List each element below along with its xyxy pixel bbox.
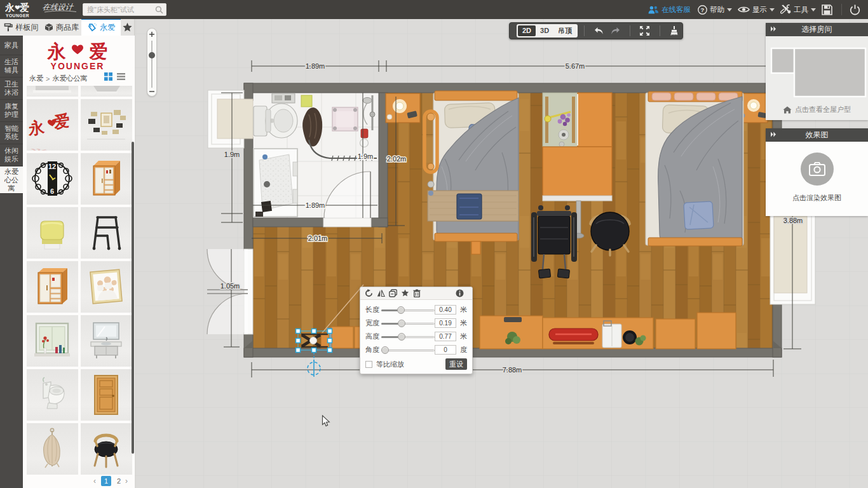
width-value[interactable]: 0.19 bbox=[435, 318, 456, 328]
brand-slogan: 在线设计 bbox=[42, 1, 79, 17]
product-thumb-family-photo[interactable] bbox=[81, 261, 132, 313]
bath-red-bottle[interactable] bbox=[361, 129, 368, 138]
product-thumb-cabinet[interactable] bbox=[81, 153, 132, 205]
category-yongai-apartment[interactable]: 永爱心公寓 bbox=[0, 166, 23, 194]
svg-text:?: ? bbox=[701, 6, 705, 13]
grid-view-icon[interactable] bbox=[104, 72, 112, 81]
online-service-button[interactable]: 在线客服 bbox=[648, 5, 692, 15]
exit-button[interactable] bbox=[850, 4, 860, 15]
view-house-layout-link[interactable]: 点击查看全屋户型 bbox=[766, 105, 868, 114]
dim-top-left: 1.89m bbox=[306, 62, 325, 70]
bath-yellow-item[interactable] bbox=[301, 95, 312, 107]
product-thumb-door[interactable] bbox=[81, 369, 132, 421]
category-furniture[interactable]: 家具 bbox=[0, 36, 23, 55]
category-rehab[interactable]: 康复护理 bbox=[0, 100, 23, 122]
search-icon[interactable] bbox=[155, 6, 163, 14]
redo-button[interactable] bbox=[607, 24, 623, 38]
product-thumb-wardrobe[interactable] bbox=[27, 261, 78, 313]
flip-icon[interactable] bbox=[377, 289, 389, 297]
nightstand-left[interactable] bbox=[386, 93, 420, 123]
collapse-icon[interactable] bbox=[770, 132, 776, 137]
list-view-icon[interactable] bbox=[117, 73, 125, 80]
tab-goods-label: 商品库 bbox=[56, 22, 79, 33]
tab-favorites[interactable] bbox=[121, 19, 134, 36]
online-service-label: 在线客服 bbox=[661, 5, 691, 15]
dim-lower-left: 2.01m bbox=[308, 234, 328, 242]
product-thumb-toilet[interactable] bbox=[27, 369, 78, 421]
product-thumb-partial[interactable] bbox=[81, 86, 132, 97]
search-box bbox=[83, 3, 166, 16]
bath-pink-table[interactable] bbox=[332, 107, 358, 131]
favorite-star-icon[interactable] bbox=[401, 289, 413, 297]
breadcrumb-current: 永爱心公寓 bbox=[52, 74, 87, 83]
product-thumb-stool[interactable] bbox=[27, 207, 78, 259]
product-thumb-logo-sign[interactable]: 永 爱 永 爱 bbox=[27, 99, 78, 151]
breadcrumb-root[interactable]: 永爱 bbox=[29, 74, 43, 83]
product-thumb-chair[interactable] bbox=[81, 423, 132, 475]
width-slider[interactable] bbox=[381, 320, 429, 327]
category-label: 家具 bbox=[4, 41, 18, 50]
collapse-icon[interactable] bbox=[770, 26, 776, 32]
save-button[interactable] bbox=[822, 4, 832, 15]
display-menu[interactable]: 显示 bbox=[738, 5, 775, 15]
category-bath[interactable]: 卫生沐浴 bbox=[0, 78, 23, 100]
category-leisure[interactable]: 休闲娱乐 bbox=[0, 144, 23, 166]
bed-right[interactable] bbox=[646, 92, 743, 246]
zoom-handle[interactable] bbox=[149, 52, 155, 58]
product-thumb-vanity[interactable] bbox=[81, 315, 132, 367]
product-thumb-wall-clock[interactable]: 12 6 bbox=[27, 153, 78, 205]
page-current[interactable]: 1 bbox=[101, 476, 111, 486]
tools-menu[interactable]: 工具 bbox=[780, 4, 816, 15]
bath-sink-item[interactable] bbox=[360, 139, 369, 147]
zoom-in-icon[interactable] bbox=[149, 32, 154, 37]
panel-scrollbar[interactable] bbox=[132, 142, 134, 454]
product-thumb-window[interactable] bbox=[27, 315, 78, 367]
product-thumb-photo-wall[interactable] bbox=[81, 99, 132, 151]
render-hint: 点击渲染效果图 bbox=[792, 193, 841, 203]
product-thumb-partial[interactable] bbox=[27, 86, 78, 97]
category-smart[interactable]: 智能系统 bbox=[0, 122, 23, 144]
length-value[interactable]: 0.40 bbox=[435, 305, 456, 315]
tab-brand[interactable]: 永爱 bbox=[81, 19, 121, 36]
clean-brush-button[interactable] bbox=[667, 24, 682, 38]
fullscreen-button[interactable] bbox=[637, 24, 653, 38]
copy-icon[interactable] bbox=[389, 289, 401, 297]
bathroom-shelf[interactable] bbox=[272, 93, 295, 103]
topbar-menu: 在线客服 ? 帮助 显示 工具 bbox=[648, 0, 868, 19]
page-next[interactable]: 2 bbox=[114, 477, 123, 485]
tab-sample-rooms[interactable]: 样板间 bbox=[0, 19, 42, 36]
info-icon[interactable] bbox=[456, 289, 468, 297]
mode-3d-button[interactable]: 3D bbox=[536, 25, 553, 36]
tab-goods-library[interactable]: 商品库 bbox=[42, 19, 81, 36]
caret-down-icon bbox=[770, 8, 775, 11]
search-input[interactable] bbox=[83, 6, 155, 13]
toilet[interactable] bbox=[254, 104, 297, 138]
mode-2d-button[interactable]: 2D bbox=[518, 25, 536, 36]
angle-slider[interactable] bbox=[381, 346, 429, 354]
category-life-aids[interactable]: 生活辅具 bbox=[0, 55, 23, 78]
properties-dialog: 长度 0.40 米 宽度 0.19 米 高度 0.77 米 角度 bbox=[360, 287, 473, 374]
product-thumb-walker[interactable] bbox=[81, 207, 132, 259]
shower-base[interactable] bbox=[254, 149, 297, 217]
next-page-icon[interactable]: › bbox=[123, 477, 130, 485]
length-slider[interactable] bbox=[381, 306, 429, 314]
rotate-icon[interactable] bbox=[365, 289, 377, 297]
angle-value[interactable]: 0 bbox=[435, 345, 456, 355]
bed-left[interactable] bbox=[428, 91, 519, 241]
view-switch bbox=[104, 72, 125, 81]
uniform-scale-checkbox[interactable] bbox=[365, 361, 372, 368]
svg-text:12: 12 bbox=[48, 163, 56, 170]
undo-button[interactable] bbox=[591, 24, 607, 38]
reset-button[interactable]: 重设 bbox=[445, 358, 467, 370]
height-slider[interactable] bbox=[381, 333, 429, 341]
mode-ceiling-button[interactable]: 吊顶 bbox=[553, 25, 576, 36]
prev-page-icon[interactable]: ‹ bbox=[92, 477, 98, 485]
tools-icon bbox=[780, 4, 791, 15]
delete-icon[interactable] bbox=[413, 289, 425, 297]
help-menu[interactable]: ? 帮助 bbox=[698, 5, 732, 15]
render-camera-button[interactable] bbox=[801, 152, 834, 186]
tag-icon bbox=[87, 23, 97, 32]
dim-room-left: 2.02m bbox=[387, 155, 407, 163]
height-value[interactable]: 0.77 bbox=[435, 332, 456, 341]
product-thumb-robe[interactable] bbox=[27, 423, 78, 475]
